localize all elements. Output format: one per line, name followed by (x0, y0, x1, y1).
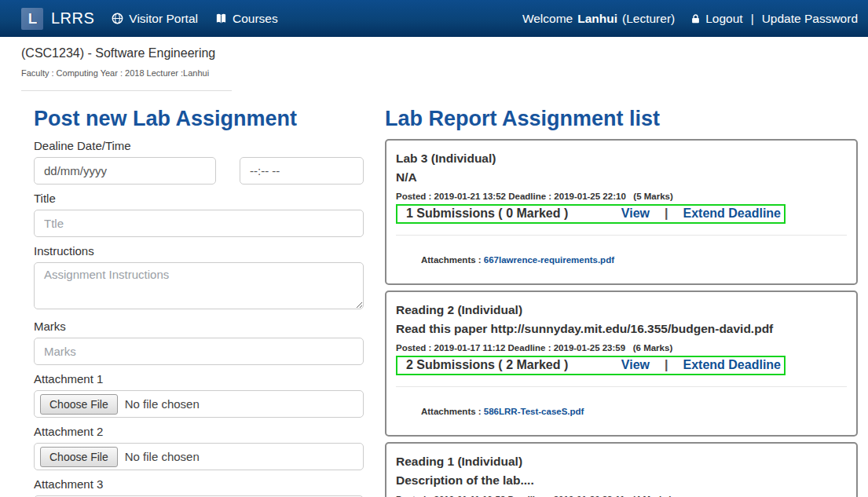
course-divider (21, 90, 232, 91)
file-status: No file chosen (125, 397, 200, 411)
deadline-label: Dealine Date/Time (34, 139, 364, 152)
assignment-title: Reading 1 (Individual) (396, 452, 847, 471)
deadline-date-input[interactable] (34, 157, 216, 185)
title-label: Title (34, 192, 364, 205)
nav-item-courses[interactable]: Courses (215, 12, 278, 26)
user-role: (Lecturer) (622, 12, 675, 26)
welcome-prefix: Welcome (522, 12, 573, 26)
assignment-title: Lab 3 (Individual) (396, 149, 847, 168)
update-password-link[interactable]: Update Password (762, 12, 858, 26)
attachments-label: Attachments : (421, 255, 484, 265)
assignment-card: Reading 2 (Individual) Read this paper h… (385, 291, 858, 437)
list-heading: Lab Report Assignment list (385, 107, 858, 131)
username: Lanhui (577, 12, 617, 26)
marks-label: Marks (34, 320, 364, 333)
choose-file-button[interactable]: Choose File (40, 447, 118, 467)
attachment-file-link[interactable]: 667lawrence-requirements.pdf (484, 255, 614, 265)
brand-label: LRRS (51, 9, 94, 27)
nav-separator: | (751, 12, 754, 26)
navbar-right: Welcome Lanhui (Lecturer) Logout | Updat… (522, 12, 858, 26)
view-link[interactable]: View (621, 206, 650, 221)
attachment-2-label: Attachment 2 (34, 425, 364, 438)
choose-file-button[interactable]: Choose File (40, 394, 118, 415)
title-input[interactable] (34, 210, 364, 237)
file-status: No file chosen (125, 450, 200, 463)
assignment-posted-info: Posted : 2019-01-21 13:52 Deadline : 201… (396, 192, 847, 201)
assignment-description: Description of the lab.... (396, 471, 847, 490)
book-icon (215, 13, 227, 24)
link-separator: | (665, 206, 668, 221)
assignment-description: Read this paper http://sunnyday.mit.edu/… (396, 320, 847, 338)
globe-icon (112, 13, 123, 24)
instructions-textarea[interactable] (34, 262, 364, 309)
welcome-text: Welcome Lanhui (Lecturer) (522, 12, 675, 26)
attachment-file-link[interactable]: 586LRR-Test-caseS.pdf (484, 407, 584, 416)
assignment-posted-info: Posted : 2019-01-17 11:12 Deadline : 201… (396, 343, 847, 353)
extend-deadline-link[interactable]: Extend Deadline (683, 206, 781, 221)
extend-deadline-link[interactable]: Extend Deadline (683, 358, 781, 372)
nav-item-label: Courses (233, 12, 278, 26)
submissions-count: 1 Submissions ( 0 Marked ) (406, 206, 568, 221)
assignment-list: Lab Report Assignment list Lab 3 (Indivi… (385, 94, 858, 497)
course-title: (CSC1234) - Software Engineering (21, 46, 858, 60)
link-separator: | (665, 358, 668, 372)
submissions-count: 2 Submissions ( 2 Marked ) (406, 358, 568, 372)
view-link[interactable]: View (621, 358, 650, 372)
assignment-card: Reading 1 (Individual) Description of th… (385, 442, 858, 497)
submissions-box: 1 Submissions ( 0 Marked ) View | Extend… (396, 204, 786, 224)
submissions-box: 2 Submissions ( 2 Marked ) View | Extend… (396, 356, 786, 375)
brand[interactable]: L LRRS (21, 8, 94, 30)
marks-input[interactable] (34, 338, 364, 365)
nav-item-visitor-portal[interactable]: Visitor Portal (112, 12, 198, 26)
lrrs-logo-icon: L (21, 8, 43, 30)
attachment-1-file-input[interactable]: Choose File No file chosen (34, 390, 364, 418)
form-heading: Post new Lab Assignment (34, 107, 364, 131)
logout-label: Logout (705, 12, 742, 26)
assignment-card: Lab 3 (Individual) N/A Posted : 2019-01-… (385, 139, 858, 285)
nav-item-label: Visitor Portal (129, 12, 198, 26)
attachment-2-file-input[interactable]: Choose File No file chosen (34, 443, 364, 470)
page-content: (CSC1234) - Software Engineering Faculty… (0, 37, 868, 497)
top-navbar: L LRRS Visitor Portal Courses Welcome La… (0, 0, 868, 37)
deadline-time-input[interactable] (240, 157, 364, 185)
attachment-3-label: Attachment 3 (34, 477, 364, 491)
card-divider (396, 235, 847, 236)
assignment-description: N/A (396, 168, 847, 187)
lock-icon (690, 13, 701, 24)
attachments-label: Attachments : (421, 407, 484, 416)
attachment-1-label: Attachment 1 (34, 372, 364, 386)
course-meta: Faculty : Computing Year : 2018 Lecturer… (21, 68, 858, 78)
card-divider (396, 386, 847, 387)
instructions-label: Instructions (34, 244, 364, 258)
logout-link[interactable]: Logout (690, 12, 742, 26)
assignment-title: Reading 2 (Individual) (396, 301, 847, 320)
post-assignment-form: Post new Lab Assignment Dealine Date/Tim… (34, 94, 364, 497)
